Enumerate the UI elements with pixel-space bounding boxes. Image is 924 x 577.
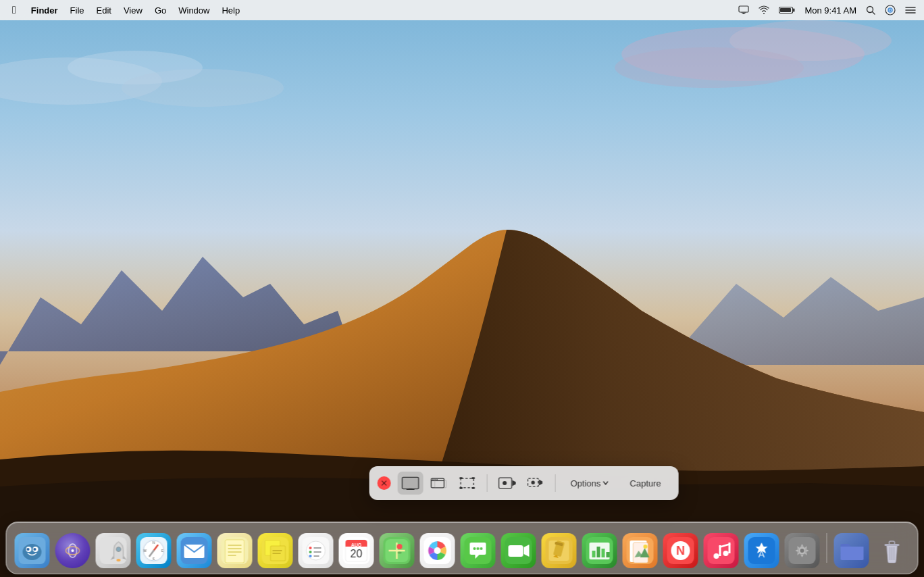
capture-button[interactable]: Capture bbox=[620, 472, 670, 495]
dock-system-preferences[interactable] bbox=[784, 532, 821, 570]
preview-icon bbox=[623, 533, 658, 568]
svg-text:N: N bbox=[676, 544, 685, 557]
svg-point-127 bbox=[714, 553, 719, 559]
capture-selection-button[interactable] bbox=[455, 472, 480, 495]
datetime[interactable]: Mon 9:41 AM bbox=[802, 4, 859, 17]
svg-rect-33 bbox=[461, 478, 473, 488]
svg-point-83 bbox=[309, 555, 312, 557]
dock-calendar[interactable]: AUG 20 bbox=[338, 532, 376, 570]
dock-folder[interactable] bbox=[833, 532, 871, 570]
menubar-right: Mon 9:41 AM bbox=[736, 3, 919, 17]
news-icon: N bbox=[663, 533, 698, 568]
dock-photos[interactable] bbox=[419, 532, 457, 570]
toolbar-separator-1 bbox=[487, 474, 488, 492]
menubar:  Finder File Edit View Go Window Help bbox=[0, 0, 924, 20]
grapher-icon bbox=[542, 533, 577, 568]
close-button[interactable] bbox=[378, 476, 391, 490]
svg-marker-43 bbox=[539, 480, 542, 486]
svg-point-29 bbox=[432, 479, 434, 480]
music-icon bbox=[704, 533, 739, 568]
photos-icon bbox=[420, 533, 455, 568]
svg-point-80 bbox=[307, 541, 326, 560]
dock-news[interactable]: N bbox=[662, 532, 700, 570]
edit-menu[interactable]: Edit bbox=[91, 4, 117, 17]
notes-icon bbox=[217, 533, 253, 568]
siri-icon[interactable] bbox=[882, 3, 898, 17]
messages-icon bbox=[461, 533, 496, 568]
svg-marker-40 bbox=[512, 480, 515, 486]
dock-messages[interactable] bbox=[459, 532, 497, 570]
dock-siri[interactable] bbox=[54, 532, 92, 570]
svg-point-102 bbox=[480, 547, 483, 550]
dock-stickies[interactable] bbox=[257, 532, 294, 570]
maps-icon bbox=[380, 533, 415, 568]
numbers-icon bbox=[582, 533, 617, 568]
svg-text:N: N bbox=[153, 541, 155, 545]
dock-notes[interactable] bbox=[216, 532, 254, 570]
go-menu[interactable]: Go bbox=[149, 4, 172, 17]
screenshot-toolbar: Options Capture bbox=[369, 466, 679, 500]
search-icon[interactable] bbox=[863, 4, 878, 16]
mail-icon bbox=[177, 533, 212, 568]
dock-maps[interactable] bbox=[378, 532, 416, 570]
safari-icon: N S W E bbox=[136, 533, 172, 568]
window-menu[interactable]: Window bbox=[173, 4, 215, 17]
dock-trash[interactable] bbox=[873, 532, 911, 570]
svg-marker-10 bbox=[741, 13, 746, 15]
svg-rect-113 bbox=[592, 551, 596, 557]
dock-finder[interactable] bbox=[14, 532, 51, 570]
svg-rect-69 bbox=[226, 540, 245, 563]
record-selection-button[interactable] bbox=[523, 472, 548, 495]
svg-point-49 bbox=[34, 548, 36, 551]
capture-entire-screen-button[interactable] bbox=[398, 472, 424, 495]
menubar-left:  Finder File Edit View Go Window Help bbox=[5, 3, 245, 18]
svg-rect-13 bbox=[780, 8, 791, 12]
options-button[interactable]: Options bbox=[564, 472, 615, 495]
options-label: Options bbox=[571, 478, 601, 488]
svg-point-95 bbox=[397, 544, 403, 549]
dock-music[interactable] bbox=[702, 532, 740, 570]
siri-icon bbox=[55, 533, 91, 568]
dock-separator bbox=[827, 533, 827, 563]
svg-rect-37 bbox=[472, 487, 475, 489]
svg-point-100 bbox=[473, 547, 476, 550]
svg-text:W: W bbox=[143, 549, 147, 553]
dock-facetime[interactable] bbox=[500, 532, 538, 570]
dock-mail[interactable] bbox=[176, 532, 213, 570]
svg-point-96 bbox=[398, 552, 402, 554]
view-menu[interactable]: View bbox=[118, 4, 148, 17]
file-menu[interactable]: File bbox=[65, 4, 90, 17]
svg-point-82 bbox=[309, 551, 312, 553]
stickies-icon bbox=[258, 533, 293, 568]
record-screen-button[interactable] bbox=[494, 472, 520, 495]
svg-rect-137 bbox=[890, 541, 895, 545]
svg-rect-104 bbox=[509, 545, 523, 557]
dock-launchpad[interactable] bbox=[95, 532, 132, 570]
apple-menu[interactable]:  bbox=[5, 3, 23, 18]
dock-appstore[interactable]: A bbox=[743, 532, 781, 570]
svg-point-53 bbox=[72, 549, 74, 552]
notification-icon[interactable] bbox=[902, 4, 919, 16]
svg-rect-26 bbox=[407, 489, 415, 490]
airplay-icon[interactable] bbox=[736, 4, 752, 16]
help-menu[interactable]: Help bbox=[216, 4, 245, 17]
svg-point-39 bbox=[503, 481, 507, 485]
svg-point-128 bbox=[723, 551, 729, 556]
calendar-icon: AUG 20 bbox=[339, 533, 374, 568]
dock-grapher[interactable] bbox=[540, 532, 578, 570]
finder-menu[interactable]: Finder bbox=[26, 4, 63, 17]
svg-point-135 bbox=[800, 549, 804, 553]
folder-icon bbox=[834, 533, 869, 568]
battery-icon[interactable] bbox=[776, 5, 798, 16]
svg-point-45 bbox=[23, 544, 42, 560]
svg-line-15 bbox=[873, 12, 875, 15]
trash-icon bbox=[875, 533, 910, 568]
wifi-icon[interactable] bbox=[756, 4, 772, 16]
dock-reminders[interactable] bbox=[297, 532, 335, 570]
capture-window-button[interactable] bbox=[426, 472, 452, 495]
dock-preview[interactable] bbox=[621, 532, 659, 570]
dock-safari[interactable]: N S W E bbox=[135, 532, 173, 570]
svg-point-48 bbox=[27, 548, 30, 551]
svg-rect-35 bbox=[472, 477, 475, 479]
dock-numbers[interactable] bbox=[581, 532, 619, 570]
